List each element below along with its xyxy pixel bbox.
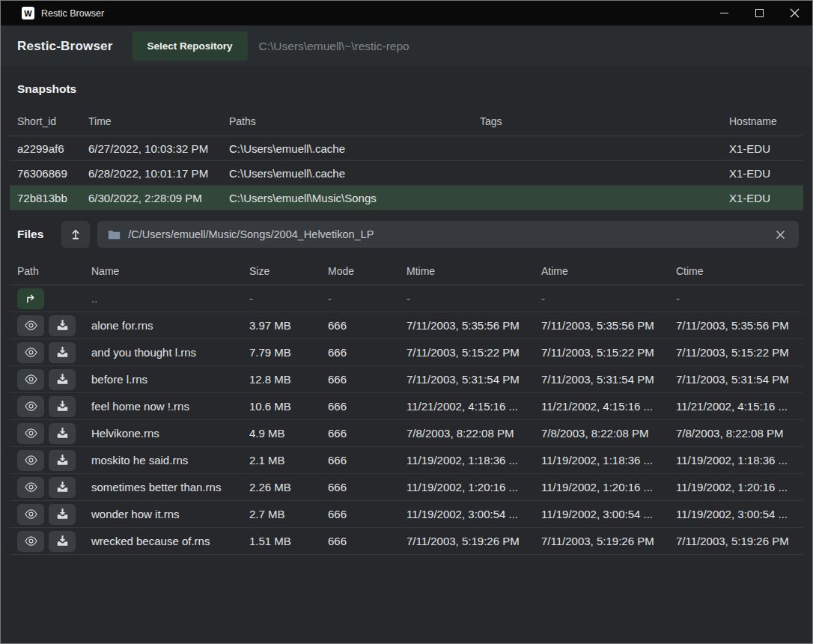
file-ctime: 7/11/2003, 5:15:22 PM bbox=[669, 346, 803, 359]
download-icon bbox=[55, 372, 70, 386]
files-heading: Files bbox=[17, 228, 43, 241]
preview-file-button[interactable] bbox=[17, 369, 44, 390]
file-mode: 666 bbox=[320, 508, 399, 520]
preview-file-button[interactable] bbox=[17, 315, 44, 336]
snapshots-heading: Snapshots bbox=[1, 67, 812, 107]
snapshot-time: 6/28/2022, 10:01:17 PM bbox=[81, 167, 222, 180]
column-header-name: Name bbox=[84, 265, 242, 277]
file-size: 2.7 MB bbox=[242, 508, 320, 520]
file-row: feel home now !.rns 10.6 MB 666 11/21/20… bbox=[10, 393, 803, 420]
snapshot-row[interactable]: 76306869 6/28/2022, 10:01:17 PM C:\Users… bbox=[10, 161, 803, 186]
file-row: moskito he said.rns 2.1 MB 666 11/19/200… bbox=[10, 447, 803, 474]
snapshot-hostname: X1-EDU bbox=[722, 167, 803, 180]
snapshot-paths: C:\Users\emuell\Music\Songs bbox=[222, 192, 472, 204]
download-icon bbox=[55, 345, 70, 359]
eye-icon bbox=[23, 372, 39, 386]
snapshot-hostname: X1-EDU bbox=[722, 142, 803, 155]
select-repository-button[interactable]: Select Repository bbox=[133, 31, 248, 61]
file-path-input[interactable]: /C/Users/emuell/Music/Songs/2004_Helveti… bbox=[97, 221, 799, 248]
preview-file-button[interactable] bbox=[17, 450, 44, 471]
eye-icon bbox=[23, 318, 39, 332]
file-size: 3.97 MB bbox=[242, 319, 320, 332]
file-mtime: 7/11/2003, 5:19:26 PM bbox=[399, 535, 534, 547]
column-header-short-id: Short_id bbox=[10, 115, 81, 127]
file-mode: 666 bbox=[320, 319, 399, 332]
file-name: Helvikone.rns bbox=[84, 427, 242, 440]
file-atime: - bbox=[534, 292, 669, 305]
file-mtime: 7/11/2003, 5:15:22 PM bbox=[399, 346, 534, 359]
eye-icon bbox=[23, 534, 39, 548]
preview-file-button[interactable] bbox=[17, 531, 44, 552]
download-icon bbox=[55, 480, 70, 494]
file-path-value: /C/Users/emuell/Music/Songs/2004_Helveti… bbox=[128, 228, 374, 240]
eye-icon bbox=[23, 345, 39, 359]
file-size: - bbox=[242, 292, 320, 305]
file-row: alone for.rns 3.97 MB 666 7/11/2003, 5:3… bbox=[10, 312, 803, 339]
file-ctime: 11/21/2002, 4:15:16 ... bbox=[669, 400, 803, 413]
app-toolbar: Restic-Browser Select Repository C:\User… bbox=[1, 25, 812, 67]
download-file-button[interactable] bbox=[49, 396, 76, 417]
snapshot-row[interactable]: a2299af6 6/27/2022, 10:03:32 PM C:\Users… bbox=[10, 136, 803, 161]
file-ctime: 7/8/2003, 8:22:08 PM bbox=[669, 427, 803, 440]
column-header-path: Path bbox=[10, 265, 84, 277]
snapshot-hostname: X1-EDU bbox=[722, 192, 803, 204]
preview-file-button[interactable] bbox=[17, 504, 44, 525]
download-file-button[interactable] bbox=[49, 342, 76, 363]
file-name: wonder how it.rns bbox=[84, 508, 242, 520]
wails-logo-icon: W bbox=[22, 7, 34, 19]
repository-path: C:\Users\emuell\~\restic-repo bbox=[259, 40, 409, 53]
download-file-button[interactable] bbox=[49, 450, 76, 471]
minimize-button[interactable] bbox=[707, 1, 742, 25]
preview-file-button[interactable] bbox=[17, 396, 44, 417]
download-file-button[interactable] bbox=[49, 315, 76, 336]
maximize-button[interactable] bbox=[742, 1, 777, 25]
file-atime: 11/19/2002, 3:00:54 ... bbox=[534, 508, 669, 520]
file-atime: 7/11/2003, 5:35:56 PM bbox=[534, 319, 669, 332]
preview-file-button[interactable] bbox=[17, 342, 44, 363]
file-row: before l.rns 12.8 MB 666 7/11/2003, 5:31… bbox=[10, 366, 803, 393]
download-file-button[interactable] bbox=[49, 504, 76, 525]
download-icon bbox=[55, 318, 70, 332]
go-parent-directory-button[interactable] bbox=[17, 288, 44, 309]
file-size: 10.6 MB bbox=[242, 400, 320, 413]
file-name: feel home now !.rns bbox=[84, 400, 242, 413]
column-header-ctime: Ctime bbox=[669, 265, 803, 277]
file-ctime: 11/19/2002, 1:18:36 ... bbox=[669, 454, 803, 467]
file-row: wrecked because of.rns 1.51 MB 666 7/11/… bbox=[10, 528, 803, 555]
file-size: 4.9 MB bbox=[242, 427, 320, 440]
file-mtime: 11/19/2002, 1:20:16 ... bbox=[399, 481, 534, 493]
snapshot-row-selected[interactable]: 72b813bb 6/30/2022, 2:28:09 PM C:\Users\… bbox=[10, 186, 803, 210]
download-icon bbox=[55, 426, 70, 440]
file-atime: 7/8/2003, 8:22:08 PM bbox=[534, 427, 669, 440]
file-size: 1.51 MB bbox=[242, 535, 320, 547]
file-size: 12.8 MB bbox=[242, 373, 320, 386]
snapshot-time: 6/30/2022, 2:28:09 PM bbox=[81, 192, 222, 204]
file-ctime: 7/11/2003, 5:31:54 PM bbox=[669, 373, 803, 386]
download-icon bbox=[55, 399, 70, 413]
download-file-button[interactable] bbox=[49, 477, 76, 498]
file-mtime: 11/21/2002, 4:15:16 ... bbox=[399, 400, 534, 413]
up-level-icon bbox=[68, 226, 83, 243]
file-size: 2.1 MB bbox=[242, 454, 320, 467]
file-name: alone for.rns bbox=[84, 319, 242, 332]
download-file-button[interactable] bbox=[49, 531, 76, 552]
download-file-button[interactable] bbox=[49, 423, 76, 444]
download-icon bbox=[55, 453, 70, 467]
up-level-button[interactable] bbox=[61, 221, 90, 248]
file-mode: 666 bbox=[320, 427, 399, 440]
file-ctime: 7/11/2003, 5:19:26 PM bbox=[669, 535, 803, 547]
eye-icon bbox=[23, 399, 39, 413]
preview-file-button[interactable] bbox=[17, 423, 44, 444]
file-ctime: - bbox=[669, 292, 803, 305]
close-button[interactable] bbox=[777, 1, 812, 25]
eye-icon bbox=[23, 453, 39, 467]
download-file-button[interactable] bbox=[49, 369, 76, 390]
file-mode: 666 bbox=[320, 481, 399, 493]
file-ctime: 11/19/2002, 1:20:16 ... bbox=[669, 481, 803, 493]
preview-file-button[interactable] bbox=[17, 477, 44, 498]
file-mode: 666 bbox=[320, 400, 399, 413]
clear-path-button[interactable] bbox=[773, 228, 788, 241]
file-row: sometimes better than.rns 2.26 MB 666 11… bbox=[10, 474, 803, 501]
titlebar: W Restic Browser bbox=[1, 1, 812, 25]
file-row: and you thought l.rns 7.79 MB 666 7/11/2… bbox=[10, 339, 803, 366]
